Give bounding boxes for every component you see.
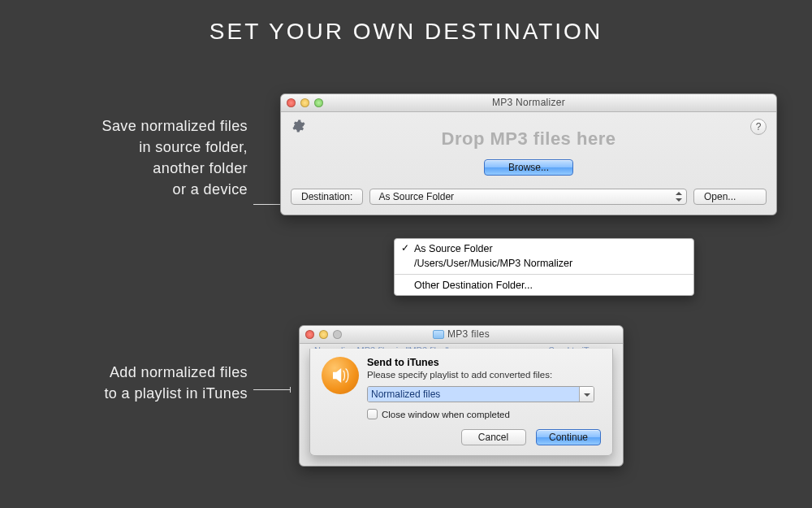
itunes-sheet: Send to iTunes Please specify playlist t… [309, 349, 613, 456]
menu-item-other[interactable]: Other Destination Folder... [395, 278, 693, 293]
destination-menu: As Source Folder /Users/User/Music/MP3 N… [394, 238, 694, 296]
window-title-text: MP3 files [447, 328, 490, 340]
caption-line: or a device [173, 181, 248, 198]
folder-icon [433, 330, 444, 339]
normalizer-window: MP3 Normalizer ? Drop MP3 files here Bro… [280, 93, 777, 215]
menu-item-as-source[interactable]: As Source Folder [395, 241, 693, 256]
browse-button[interactable]: Browse... [484, 159, 573, 176]
open-button[interactable]: Open... [693, 189, 767, 205]
window-title: MP3 Normalizer [281, 97, 776, 108]
menu-separator [395, 274, 693, 275]
help-button[interactable]: ? [750, 119, 767, 135]
window-titlebar[interactable]: MP3 Normalizer [281, 94, 776, 112]
close-when-done-label: Close window when completed [382, 410, 510, 419]
sheet-title: Send to iTunes [367, 357, 601, 368]
destination-button[interactable]: Destination: [291, 189, 363, 205]
gear-icon[interactable] [291, 119, 305, 133]
caption-itunes: Add normalized files to a playlist in iT… [28, 362, 248, 404]
drop-zone[interactable]: Drop MP3 files here [291, 128, 767, 150]
playlist-input[interactable]: Normalized files [368, 387, 579, 402]
caption-line: another folder [153, 160, 248, 176]
destination-select[interactable]: As Source Folder [369, 189, 687, 205]
page-title: SET YOUR OWN DESTINATION [0, 19, 812, 45]
caption-line: to a playlist in iTunes [104, 385, 248, 402]
caption-line: Save normalized files [102, 118, 248, 134]
caption-line: Add normalized files [110, 364, 248, 380]
combobox-dropdown-button[interactable] [579, 387, 594, 402]
caption-destination: Save normalized files in source folder, … [28, 115, 248, 200]
sheet-message: Please specify playlist to add converted… [367, 370, 601, 380]
mp3files-window: MP3 files Normalize MP3 files in "MP3 fi… [299, 325, 624, 467]
select-arrows-icon [676, 192, 682, 202]
playlist-combobox[interactable]: Normalized files [367, 386, 594, 402]
window-title: MP3 files [300, 328, 623, 340]
window-titlebar[interactable]: MP3 files [300, 326, 623, 344]
speaker-icon [322, 357, 359, 394]
caption-line: in source folder, [139, 139, 248, 155]
pointer-line [253, 389, 290, 390]
continue-button[interactable]: Continue [536, 429, 601, 445]
menu-item-user-path[interactable]: /Users/User/Music/MP3 Normalizer [395, 256, 693, 271]
destination-select-value: As Source Folder [378, 191, 454, 202]
cancel-button[interactable]: Cancel [461, 429, 526, 445]
close-when-done-checkbox[interactable] [367, 409, 378, 419]
